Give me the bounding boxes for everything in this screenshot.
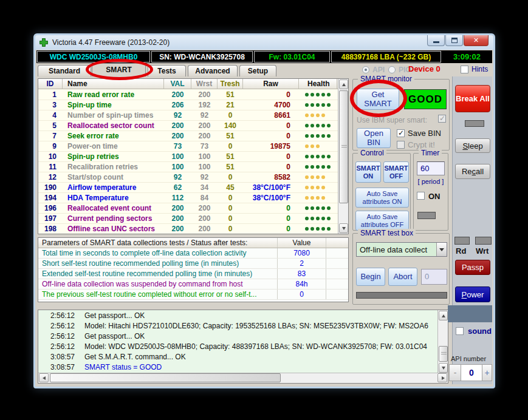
smart-off-button[interactable]: SMART OFF (383, 161, 409, 183)
col-header-tresh[interactable]: Tresh (218, 79, 243, 89)
col-header-name[interactable]: Name (63, 79, 164, 89)
table-scrollbar-thumb[interactable] (339, 90, 348, 203)
param-extra (326, 279, 348, 289)
log-vertical-scrollbar[interactable] (437, 310, 448, 373)
table-vertical-scrollbar[interactable] (338, 79, 348, 234)
smart-attribute-row[interactable]: 198Offline scan UNC sectors20020000 (38, 224, 338, 234)
log-scrollbar-thumb[interactable] (439, 346, 448, 362)
power-button[interactable]: Power (455, 286, 490, 302)
health-dot (305, 217, 309, 220)
attr-name: Reallocated event count (63, 203, 164, 213)
param-row[interactable]: Short self-test routine recommended poll… (38, 259, 348, 269)
col-header-val[interactable]: VAL (164, 79, 191, 89)
health-dot (310, 206, 314, 210)
tab-advanced[interactable]: Advanced (188, 65, 238, 76)
close-button[interactable] (464, 35, 489, 46)
ibm-super-smart-label: Use IBM super smart: (357, 116, 427, 124)
control-group: Control SMART ON SMART OFF Auto Save att… (352, 153, 411, 231)
params-header-label[interactable]: Parameters of SMART data collections tes… (38, 238, 278, 248)
sleep-button[interactable]: Sleep (455, 138, 490, 153)
get-smart-button[interactable]: Get SMART (357, 89, 399, 110)
api-number-increment-button[interactable]: + (482, 364, 492, 381)
sound-checkbox[interactable] (456, 327, 464, 335)
log-entry[interactable]: 2:56:12Get passport... OK (38, 311, 437, 321)
attr-val: 100 (164, 162, 191, 172)
param-row[interactable]: Off-line data collection was suspended b… (38, 279, 348, 290)
test-counter-field[interactable]: 0 (421, 269, 447, 285)
health-dot (321, 113, 325, 117)
log-horizontal-scrollbar[interactable] (38, 373, 448, 383)
test-type-dropdown[interactable]: Off-line data collect (356, 242, 447, 257)
timer-on-checkbox[interactable] (417, 192, 425, 200)
attr-wrst: 92 (191, 110, 218, 120)
attr-wrst: 84 (191, 193, 218, 203)
smart-attribute-row[interactable]: 3Spin-up time206192214700 (38, 100, 338, 110)
auto-save-attributes-off-button[interactable]: Auto Save attributes OFF (355, 211, 409, 231)
maximize-button[interactable] (445, 35, 463, 46)
attr-wrst: 100 (191, 152, 218, 161)
smart-attribute-row[interactable]: 7Seek error rate200200510 (38, 131, 338, 141)
col-header-raw[interactable]: Raw (243, 79, 299, 89)
log-scroll-left-icon[interactable] (39, 373, 49, 382)
attr-id: 7 (38, 131, 63, 141)
tab-standard[interactable]: Standard (38, 65, 91, 76)
scroll-up-icon[interactable] (339, 80, 348, 89)
tab-tests[interactable]: Tests (148, 65, 186, 76)
title-bar[interactable]: Victoria 4.47 Freeware (2013-02-20) (35, 35, 493, 50)
col-header-id[interactable]: ID (38, 79, 63, 89)
param-row[interactable]: The previous self-test routine completed… (38, 290, 348, 300)
smart-attribute-row[interactable]: 12Start/stop count929208582 (38, 172, 338, 183)
pio-radio[interactable] (388, 66, 396, 73)
smart-attribute-row[interactable]: 5Reallocated sector count2002001400 (38, 121, 338, 131)
attr-raw: 38°C/100°F (243, 193, 299, 203)
hints-checkbox[interactable] (461, 66, 468, 73)
begin-test-button[interactable]: Begin (356, 268, 385, 286)
crypt-it-checkbox[interactable] (397, 141, 405, 149)
smart-parameters-table: Parameters of SMART data collections tes… (38, 237, 349, 302)
log-entry[interactable]: 2:56:12Get passport... OK (38, 331, 437, 342)
smart-attribute-row[interactable]: 196Reallocated event count20020000 (38, 203, 338, 214)
tab-setup[interactable]: Setup (239, 65, 276, 76)
abort-test-button[interactable]: Abort (388, 268, 417, 286)
timer-period-input[interactable]: 60 (417, 161, 445, 175)
smart-attribute-row[interactable]: 10Spin-up retries100100510 (38, 152, 338, 162)
attr-val: 200 (164, 203, 191, 213)
col-header-wrst[interactable]: Wrst (191, 79, 218, 89)
log-hscrollbar-thumb[interactable] (50, 373, 281, 382)
smart-attribute-row[interactable]: 9Power-on time7373019875 (38, 141, 338, 152)
passp-button[interactable]: Passp (455, 260, 490, 275)
smart-attribute-row[interactable]: 194HDA Temperature11284038°C/100°F (38, 193, 338, 203)
param-row[interactable]: Total time in seconds to complete off-li… (38, 248, 348, 259)
log-scroll-down-icon[interactable] (439, 363, 448, 373)
api-radio[interactable] (362, 66, 369, 73)
log-entry[interactable]: 3:08:57SMART status = GOOD (38, 362, 437, 373)
log-scroll-right-icon[interactable] (437, 373, 447, 382)
log-entry[interactable]: 3:08:57Get S.M.A.R.T. command... OK (38, 352, 437, 362)
drive-capacity: 488397168 LBA (~232 GB) (331, 51, 441, 63)
break-all-button[interactable]: Break All (455, 85, 490, 112)
dropdown-arrow-button[interactable] (436, 243, 447, 256)
smart-attribute-row[interactable]: 11Recalibration retries100100510 (38, 162, 338, 172)
smart-attribute-row[interactable]: 197Current pending sectors20020000 (38, 214, 338, 224)
smart-attribute-row[interactable]: 4Number of spin-up times929208661 (38, 110, 338, 121)
recall-button[interactable]: Recall (455, 164, 490, 179)
attr-val: 73 (164, 141, 191, 151)
smart-attribute-row[interactable]: 190Airflow temperature62344538°C/100°F (38, 183, 338, 193)
log-scroll-up-icon[interactable] (439, 311, 448, 320)
log-entry[interactable]: 2:56:12Model: WDC WD2500JS-08MHB0; Capac… (38, 342, 437, 352)
save-bin-checkbox[interactable] (397, 129, 405, 137)
params-header-value[interactable]: Value (278, 238, 326, 248)
attr-health-dots (299, 214, 337, 223)
api-number-decrement-button[interactable]: - (449, 364, 461, 381)
open-bin-button[interactable]: Open BIN (357, 128, 391, 148)
minimize-button[interactable] (427, 35, 445, 46)
col-header-health[interactable]: Health (299, 79, 337, 89)
scroll-down-icon[interactable] (339, 223, 348, 233)
ibm-super-smart-checkbox[interactable] (438, 115, 446, 123)
log-entry[interactable]: 2:56:12Model: Hitachi HDS721010DLE630; C… (38, 321, 437, 331)
auto-save-attributes-on-button[interactable]: Auto Save attributes ON (355, 188, 409, 208)
smart-on-button[interactable]: SMART ON (355, 161, 381, 183)
tab-smart[interactable]: SMART (92, 63, 146, 76)
smart-attribute-row[interactable]: 1Raw read error rate200200510 (38, 90, 338, 100)
param-row[interactable]: Extended self-test routine recommended p… (38, 269, 348, 279)
